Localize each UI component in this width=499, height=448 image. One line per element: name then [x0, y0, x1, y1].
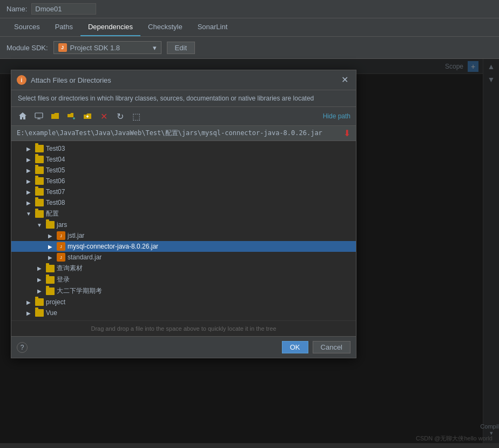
tree-label-exam: 大二下学期期考 [57, 286, 102, 296]
expander-jstl: ▶ [46, 231, 55, 240]
expander-test06: ▶ [24, 177, 33, 185]
sdk-value: Project SDK 1.8 [70, 44, 120, 52]
tree-label-test06: Test06 [46, 177, 65, 185]
tree-item-exam[interactable]: ▶ 大二下学期期考 [11, 285, 356, 297]
dialog-info-text: Select files or directories in which lib… [11, 90, 356, 106]
folder-icon-test04 [35, 156, 44, 163]
main-area: Scope + ▲ ▼ Compile ▾ i Attach Files or … [0, 59, 499, 443]
cancel-button[interactable]: Cancel [313, 341, 350, 353]
expander-jars: ▼ [35, 220, 44, 229]
dialog-toolbar: ✕ ↻ ⬚ Hide path [11, 106, 356, 126]
drag-hint-text: Drag and drop a file into the space abov… [11, 320, 356, 336]
home-icon[interactable] [17, 110, 29, 122]
jar-icon-jstl: J [57, 231, 65, 240]
folder-icon-test03 [35, 145, 44, 152]
tree-label-test03: Test03 [46, 145, 65, 152]
sdk-select[interactable]: J Project SDK 1.8 ▾ [53, 41, 161, 54]
folder-icon-config [35, 210, 44, 218]
tree-label-query: 查询素材 [57, 264, 83, 273]
expander-test04: ▶ [24, 155, 33, 164]
name-label: Name: [6, 5, 27, 13]
refresh-icon[interactable]: ↻ [114, 110, 126, 122]
tree-item-test08[interactable]: ▶ Test08 [11, 197, 356, 208]
tree-item-test06[interactable]: ▶ Test06 [11, 176, 356, 186]
sdk-label: Module SDK: [6, 44, 48, 52]
delete-icon[interactable]: ✕ [98, 110, 110, 122]
tree-item-test05[interactable]: ▶ Test05 [11, 165, 356, 176]
expander-vue: ▶ [24, 309, 33, 317]
expander-config: ▼ [24, 210, 33, 218]
expander-test05: ▶ [24, 166, 33, 175]
tree-label-test04: Test04 [46, 156, 65, 163]
folder-nav-icon[interactable] [49, 110, 61, 122]
tree-label-project: project [46, 298, 65, 306]
help-icon[interactable]: ? [17, 342, 28, 353]
tree-label-jars: jars [57, 221, 67, 229]
name-bar: Name: [0, 0, 499, 18]
tree-item-test07[interactable]: ▶ Test07 [11, 186, 356, 197]
ok-button[interactable]: OK [282, 341, 308, 353]
tree-item-jstl[interactable]: ▶ J jstl.jar [11, 230, 356, 241]
folder-icon-test05 [35, 166, 44, 174]
dialog-footer: ? OK Cancel [11, 336, 356, 358]
tree-label-vue: Vue [46, 309, 57, 317]
folder-icon-project [35, 298, 44, 306]
folder-icon-jars [46, 221, 55, 229]
tree-item-login[interactable]: ▶ 登录 [11, 274, 356, 285]
folder-icon-vue [35, 309, 44, 317]
edit-button[interactable]: Edit [167, 42, 195, 54]
folder-icon-login [46, 276, 55, 284]
folder-icon-test08 [35, 199, 44, 206]
expander-exam: ▶ [35, 287, 44, 296]
tree-label-test07: Test07 [46, 188, 65, 196]
tree-item-config[interactable]: ▼ 配置 [11, 208, 356, 219]
expander-test08: ▶ [24, 198, 33, 207]
expander-test03: ▶ [24, 144, 33, 153]
select-icon[interactable]: ⬚ [130, 110, 142, 122]
dialog-overlay: i Attach Files or Directories ✕ Select f… [0, 59, 499, 443]
tree-label-test08: Test08 [46, 199, 65, 206]
name-input[interactable] [31, 3, 96, 15]
folder-icon-test06 [35, 177, 44, 185]
monitor-icon[interactable] [33, 110, 45, 122]
chevron-down-icon: ▾ [153, 44, 157, 52]
tab-dependencies[interactable]: Dependencies [80, 18, 140, 36]
tree-item-standard[interactable]: ▶ J standard.jar [11, 252, 356, 263]
folder-icon-test07 [35, 188, 44, 196]
jar-icon-standard: J [57, 253, 65, 262]
folder-icon-query [46, 265, 55, 272]
expander-login: ▶ [35, 276, 44, 284]
up-folder-icon[interactable] [82, 110, 93, 122]
path-input[interactable] [17, 130, 340, 137]
path-row: ⬇ [11, 126, 356, 141]
tree-item-test04[interactable]: ▶ Test04 [11, 154, 356, 165]
tree-item-project[interactable]: ▶ project [11, 297, 356, 307]
tree-item-query[interactable]: ▶ 查询素材 [11, 263, 356, 274]
tree-item-mysql-connector[interactable]: ▶ J mysql-connector-java-8.0.26.jar [11, 241, 356, 252]
expander-standard: ▶ [46, 253, 55, 262]
new-folder-icon[interactable] [65, 110, 77, 122]
hide-path-link[interactable]: Hide path [323, 112, 350, 120]
tree-item-vue[interactable]: ▶ Vue [11, 307, 356, 318]
dialog-close-button[interactable]: ✕ [339, 75, 350, 85]
dialog-title: Attach Files or Directories [31, 76, 335, 84]
expander-test07: ▶ [24, 188, 33, 196]
tree-item-jars[interactable]: ▼ jars [11, 219, 356, 230]
expander-query: ▶ [35, 264, 44, 273]
expander-mysql-connector: ▶ [46, 242, 55, 251]
file-tree[interactable]: ▶ Test03 ▶ Test04 ▶ Test05 [11, 141, 356, 320]
tab-sonarlint[interactable]: SonarLint [190, 18, 235, 36]
tree-item-test03[interactable]: ▶ Test03 [11, 143, 356, 154]
tree-label-config: 配置 [46, 209, 59, 218]
tab-paths[interactable]: Paths [48, 18, 80, 36]
svg-rect-0 [35, 113, 43, 118]
download-icon[interactable]: ⬇ [343, 128, 350, 138]
tree-label-jstl: jstl.jar [68, 232, 84, 239]
dialog-title-bar: i Attach Files or Directories ✕ [11, 70, 356, 90]
attach-dialog: i Attach Files or Directories ✕ Select f… [11, 70, 356, 358]
tree-label-test05: Test05 [46, 166, 65, 174]
tabs-bar: Sources Paths Dependencies Checkstyle So… [0, 18, 499, 37]
tab-checkstyle[interactable]: Checkstyle [140, 18, 190, 36]
folder-icon-exam [46, 287, 55, 295]
tab-sources[interactable]: Sources [6, 18, 48, 36]
